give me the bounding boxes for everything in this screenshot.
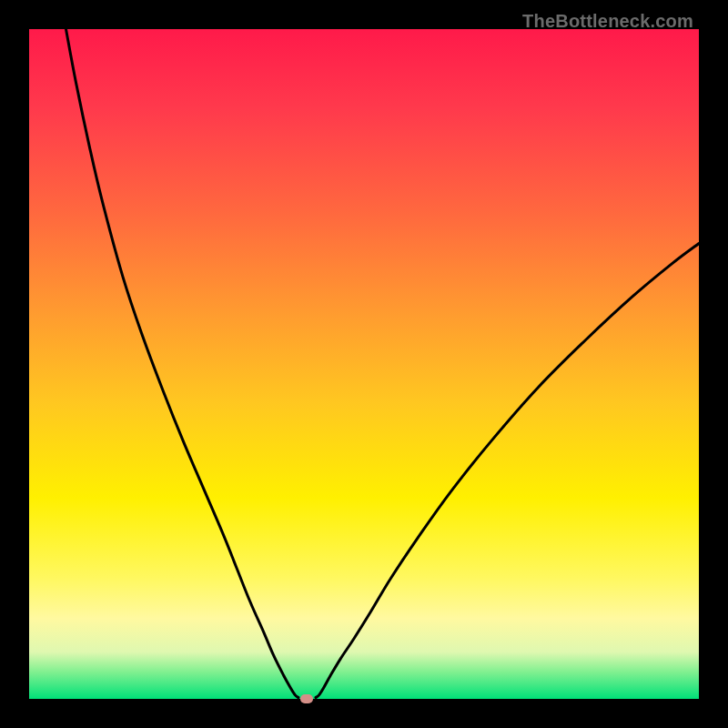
chart-container: TheBottleneck.com <box>0 0 728 728</box>
min-marker <box>300 694 313 703</box>
attribution-text: TheBottleneck.com <box>522 11 693 32</box>
plot-area <box>29 29 699 699</box>
